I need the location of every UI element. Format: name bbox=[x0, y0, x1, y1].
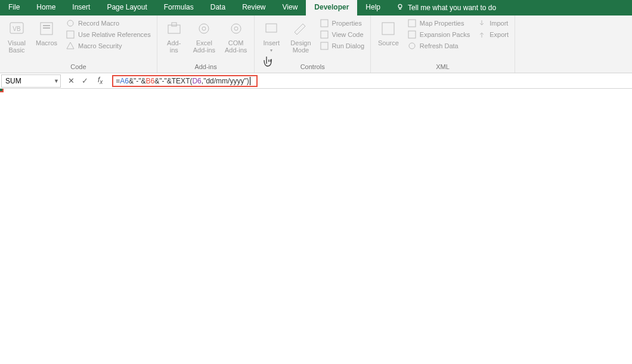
gear-icon bbox=[194, 19, 213, 38]
group-label-controls: Controls bbox=[258, 63, 367, 71]
ribbon-tab-bar: File Home Insert Page Layout Formulas Da… bbox=[0, 0, 632, 15]
svg-point-12 bbox=[231, 24, 241, 33]
run-dialog-button[interactable]: Run Dialog bbox=[317, 41, 367, 51]
svg-rect-19 bbox=[408, 20, 416, 27]
xml-import-button[interactable]: Import bbox=[475, 18, 511, 29]
tab-file[interactable]: File bbox=[0, 0, 28, 15]
expansion-packs-button[interactable]: Expansion Packs bbox=[405, 29, 472, 40]
svg-rect-18 bbox=[382, 23, 394, 35]
svg-rect-16 bbox=[321, 31, 328, 38]
view-code-icon bbox=[320, 30, 329, 39]
svg-text:VB: VB bbox=[13, 26, 21, 32]
tab-data[interactable]: Data bbox=[202, 0, 234, 15]
macro-security-button[interactable]: Macro Security bbox=[63, 41, 153, 51]
refresh-data-button[interactable]: Refresh Data bbox=[405, 41, 472, 51]
row6-highlight bbox=[0, 89, 4, 92]
svg-point-13 bbox=[234, 27, 238, 30]
map-properties-icon bbox=[407, 18, 417, 28]
cell-d6-highlight bbox=[0, 89, 2, 91]
design-mode-button[interactable]: Design Mode bbox=[287, 18, 314, 55]
svg-point-6 bbox=[67, 20, 73, 26]
formula-bar[interactable]: =A6&"-"&B6&"-"&TEXT(D6,"dd/mm/yyyy") bbox=[112, 77, 257, 85]
group-label-xml: XML bbox=[374, 63, 511, 71]
map-properties-button[interactable]: Map Properties bbox=[405, 18, 472, 29]
export-icon bbox=[477, 30, 487, 39]
tab-developer[interactable]: Developer bbox=[306, 0, 357, 15]
ribbon-group-xml: Source Map Properties Expansion Packs Re… bbox=[371, 15, 515, 73]
svg-rect-7 bbox=[67, 31, 74, 38]
design-mode-icon bbox=[291, 19, 310, 38]
svg-rect-5 bbox=[43, 27, 50, 29]
tab-insert[interactable]: Insert bbox=[64, 0, 98, 15]
ribbon-group-code: VB Visual Basic Macros Record Macro Use … bbox=[0, 15, 157, 73]
warning-icon bbox=[66, 41, 75, 51]
tell-me-search[interactable]: Tell me what you want to do bbox=[389, 0, 503, 15]
macros-button[interactable]: Macros bbox=[32, 18, 61, 48]
cell-e6-highlight bbox=[0, 89, 2, 91]
excel-addins-button[interactable]: Excel Add-ins bbox=[190, 18, 219, 55]
record-macro-icon bbox=[66, 18, 75, 28]
fx-icon[interactable]: fx bbox=[95, 76, 105, 85]
enter-formula-button[interactable]: ✓ bbox=[82, 76, 88, 85]
insert-control-icon bbox=[262, 19, 281, 38]
tab-pagelayout[interactable]: Page Layout bbox=[98, 0, 155, 15]
svg-rect-14 bbox=[266, 24, 277, 32]
chevron-down-icon: ▾ bbox=[270, 48, 272, 53]
gear-icon bbox=[227, 19, 246, 38]
view-code-button[interactable]: View Code bbox=[317, 29, 367, 40]
run-dialog-icon bbox=[320, 41, 329, 51]
visual-basic-button[interactable]: VB Visual Basic bbox=[4, 18, 30, 55]
ribbon-group-controls: Insert▾ Design Mode Properties View Code… bbox=[255, 15, 371, 73]
addins-button[interactable]: Add- ins bbox=[161, 18, 187, 55]
svg-point-10 bbox=[199, 24, 209, 33]
svg-rect-17 bbox=[321, 42, 328, 49]
formula-text: =A6&"-"&B6&"-"&TEXT(D6,"dd/mm/yyyy") bbox=[112, 75, 257, 87]
xml-export-button[interactable]: Export bbox=[475, 29, 511, 40]
expansion-packs-icon bbox=[407, 30, 417, 39]
xml-source-button[interactable]: Source bbox=[374, 18, 402, 48]
macros-icon bbox=[37, 19, 56, 38]
visual-basic-icon: VB bbox=[7, 19, 26, 38]
cell-a6-highlight bbox=[0, 89, 2, 91]
cell-b6-highlight bbox=[0, 89, 2, 91]
formula-bar-row: SUM ▼ ✕ ✓ fx =A6&"-"&B6&"-"&TEXT(D6,"dd/… bbox=[0, 73, 632, 89]
record-macro-button[interactable]: Record Macro bbox=[63, 18, 153, 29]
cancel-formula-button[interactable]: ✕ bbox=[68, 76, 75, 85]
properties-button[interactable]: Properties bbox=[317, 18, 367, 29]
svg-rect-20 bbox=[408, 31, 416, 38]
com-addins-button[interactable]: COM Add-ins bbox=[221, 18, 250, 55]
properties-icon bbox=[320, 18, 329, 28]
tab-help[interactable]: Help bbox=[357, 0, 389, 15]
tell-me-label: Tell me what you want to do bbox=[408, 4, 496, 12]
addins-icon bbox=[165, 19, 184, 38]
svg-rect-15 bbox=[321, 20, 328, 27]
ribbon-group-addins: Add- ins Excel Add-ins COM Add-ins Add-i… bbox=[157, 15, 255, 73]
name-box[interactable]: SUM ▼ bbox=[1, 74, 61, 88]
relative-references-icon bbox=[66, 30, 75, 39]
chevron-down-icon[interactable]: ▼ bbox=[54, 78, 59, 84]
refresh-icon bbox=[407, 41, 417, 51]
xml-source-icon bbox=[379, 19, 398, 38]
name-box-value: SUM bbox=[5, 77, 21, 85]
group-label-addins: Add-ins bbox=[161, 63, 251, 71]
svg-rect-4 bbox=[43, 25, 50, 26]
group-label-code: Code bbox=[4, 63, 153, 71]
insert-control-button[interactable]: Insert▾ bbox=[258, 18, 284, 54]
svg-rect-9 bbox=[172, 23, 176, 26]
tab-review[interactable]: Review bbox=[234, 0, 274, 15]
import-icon bbox=[477, 18, 487, 28]
ribbon: VB Visual Basic Macros Record Macro Use … bbox=[0, 15, 632, 73]
tab-formulas[interactable]: Formulas bbox=[156, 0, 202, 15]
relative-references-button[interactable]: Use Relative References bbox=[63, 29, 153, 40]
tab-home[interactable]: Home bbox=[28, 0, 64, 15]
tab-view[interactable]: View bbox=[274, 0, 306, 15]
lightbulb-icon bbox=[396, 3, 404, 13]
svg-point-11 bbox=[202, 27, 206, 30]
svg-point-0 bbox=[398, 4, 402, 8]
